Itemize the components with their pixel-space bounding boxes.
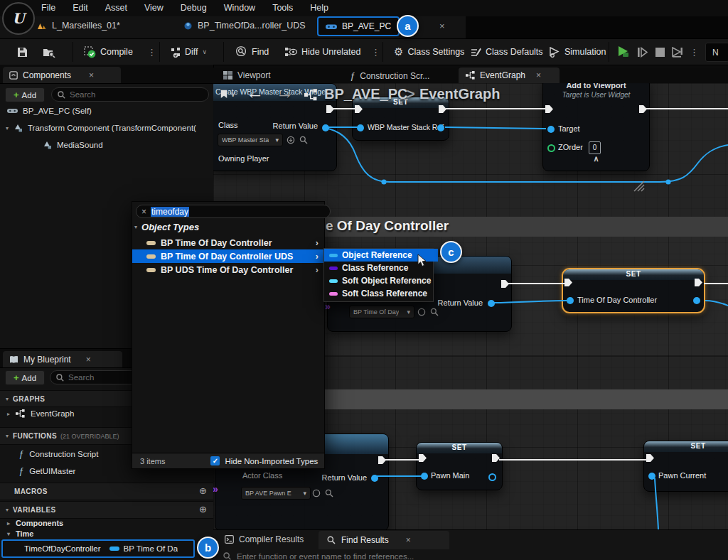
hide-unrelated-button[interactable]: Hide Unrelated [284, 39, 360, 65]
tree-item-transform[interactable]: ▾ Transform Component (TransformComponen… [6, 124, 216, 132]
event-graph-tab-close-icon[interactable]: × [536, 70, 541, 80]
add-macro-icon[interactable]: ⊕ [199, 485, 207, 496]
bookmark-icon[interactable] [220, 90, 228, 99]
diff-button[interactable]: Diff ∨ [171, 39, 207, 65]
menu-asset[interactable]: Asset [105, 3, 127, 13]
expand-arrow-icon[interactable]: ▾ [6, 125, 9, 131]
get-ui-master-row[interactable]: ƒ GetUIMaster [18, 465, 75, 476]
event-graph-tab-label: EventGraph [480, 70, 525, 80]
find-results-label: Find Results [341, 535, 389, 545]
submenu-item-label: Object Reference [342, 250, 412, 260]
object-types-header[interactable]: ▾ Object Types [134, 222, 199, 232]
stop-button[interactable] [655, 39, 665, 65]
stop-icon [655, 48, 665, 57]
function-icon: ƒ [18, 465, 23, 476]
plus-icon: + [14, 375, 19, 382]
find-results-tab[interactable]: Find Results × [318, 531, 449, 549]
collapse-arrow-icon[interactable]: ▾ [7, 531, 10, 537]
clear-search-icon[interactable]: × [141, 207, 146, 217]
debug-object-dropdown[interactable]: N [705, 43, 728, 62]
macros-section-header[interactable]: MACROS [0, 483, 213, 500]
bottom-panel: Compiler Results Find Results × Enter fu… [213, 529, 728, 560]
add-variable-icon[interactable]: ⊕ [199, 504, 207, 515]
components-tab[interactable]: Components × [3, 67, 121, 83]
compile-label: Compile [100, 47, 133, 57]
tab-close-icon[interactable]: × [439, 21, 445, 31]
viewport-icon [223, 71, 232, 80]
tab-level-asset[interactable]: L_Marseilles_01* [37, 21, 120, 31]
menu-window[interactable]: Window [224, 3, 255, 13]
variables-components-category[interactable]: ▸ Components [7, 519, 63, 527]
compiler-results-tab[interactable]: Compiler Results [225, 534, 304, 544]
expand-arrow-icon[interactable]: ▸ [7, 520, 10, 527]
book-icon [9, 355, 18, 364]
class-settings-button[interactable]: ⚙ Class Settings [394, 39, 464, 65]
construction-script-row[interactable]: ƒ Construction Script [18, 448, 98, 459]
compile-button[interactable]: Compile [84, 39, 133, 65]
find-results-close-icon[interactable]: × [406, 535, 411, 545]
components-tab-close-icon[interactable]: × [89, 70, 94, 80]
graph-breadcrumb: ∨ ← → BP_AVE_PC > EventGraph [213, 83, 728, 112]
nav-back-icon[interactable]: ← [246, 83, 264, 103]
variable-timeofdaycontroller-row[interactable]: TimeOfDayController BP Time Of Da [1, 539, 195, 558]
class-defaults-button[interactable]: Class Defaults [471, 39, 543, 65]
popup-item-bp-tod-controller[interactable]: BP Time Of Day Controller › [132, 236, 324, 249]
play-options-kebab[interactable]: ⋮ [690, 47, 699, 58]
popup-item-bp-uds-tod-controller[interactable]: BP UDS Time Of Day Controller › [132, 263, 324, 276]
compile-options-kebab[interactable]: ⋮ [147, 47, 156, 58]
components-search-input[interactable]: Search [51, 87, 209, 102]
menu-view[interactable]: View [144, 3, 164, 13]
frame-skip-button[interactable] [671, 39, 683, 65]
diff-label: Diff [185, 47, 198, 57]
my-blueprint-add-button[interactable]: + Add [5, 370, 45, 385]
simulation-button[interactable]: Simulation [549, 39, 606, 65]
menu-tools[interactable]: Tools [272, 3, 293, 13]
hide-non-imported-checkbox[interactable]: ✓ [210, 456, 220, 465]
annotation-badge-a: a [397, 15, 419, 37]
plus-icon: + [14, 92, 19, 99]
viewport-tab[interactable]: Viewport [223, 70, 270, 80]
unreal-logo[interactable]: U [2, 2, 35, 35]
event-graph-tab[interactable]: EventGraph × [459, 68, 560, 83]
level-icon [37, 22, 47, 30]
menu-edit[interactable]: Edit [73, 3, 88, 13]
compiler-results-icon [225, 535, 234, 544]
step-button[interactable] [637, 39, 648, 65]
save-button[interactable] [17, 39, 28, 65]
compile-icon [84, 46, 96, 58]
browse-asset-button[interactable] [43, 39, 55, 65]
event-graph-row[interactable]: ▸ EventGraph [7, 409, 74, 418]
search-icon [327, 536, 336, 544]
my-blueprint-add-label: Add [22, 374, 36, 382]
toolbar-separator [609, 42, 609, 62]
popup-search-input[interactable]: × timeofday [136, 205, 331, 218]
submenu-soft-class-reference[interactable]: Soft Class Reference [324, 287, 438, 300]
menu-bar: File Edit Asset View Debug Window Tools … [41, 3, 328, 13]
tab-blueprint-uds[interactable]: BP_TimeOfDa...roller_UDS [183, 21, 306, 31]
variables-time-category[interactable]: ▾ Time [7, 529, 34, 538]
tab-bp-ave-pc[interactable]: BP_AVE_PC [317, 16, 400, 36]
breadcrumb-root[interactable]: BP_AVE_PC [324, 86, 407, 102]
construction-script-tab[interactable]: ƒ Construction Scr... [350, 70, 429, 81]
bookmark-caret-icon[interactable]: ∨ [230, 90, 235, 98]
find-button[interactable]: Find [236, 39, 269, 65]
nav-forward-icon[interactable]: → [276, 83, 294, 103]
hide-unrelated-kebab[interactable]: ⋮ [371, 47, 380, 58]
menu-help[interactable]: Help [310, 3, 328, 13]
find-results-search-input[interactable]: Enter function or event name to find ref… [223, 551, 718, 560]
components-add-button[interactable]: + Add [5, 87, 45, 102]
variables-section-header[interactable]: ▾ VARIABLES [0, 501, 213, 519]
submenu-soft-object-reference[interactable]: Soft Object Reference [324, 274, 438, 287]
menu-debug[interactable]: Debug [181, 3, 207, 13]
macros-header-label: MACROS [14, 488, 48, 495]
popup-item-bp-tod-controller-uds[interactable]: BP Time Of Day Controller UDS › [132, 249, 324, 263]
breadcrumb-current[interactable]: EventGraph [419, 86, 500, 102]
menu-file[interactable]: File [41, 3, 55, 13]
expand-arrow-icon[interactable]: ▸ [7, 411, 10, 417]
tree-item-self[interactable]: BP_AVE_PC (Self) [7, 107, 218, 115]
play-button[interactable] [617, 39, 630, 65]
hide-non-imported-label[interactable]: Hide Non-Imported Types [225, 457, 318, 465]
my-blueprint-tab-close-icon[interactable]: × [86, 355, 91, 365]
my-blueprint-tab[interactable]: My Blueprint × [3, 351, 122, 367]
get-ui-master-label: GetUIMaster [29, 467, 75, 475]
